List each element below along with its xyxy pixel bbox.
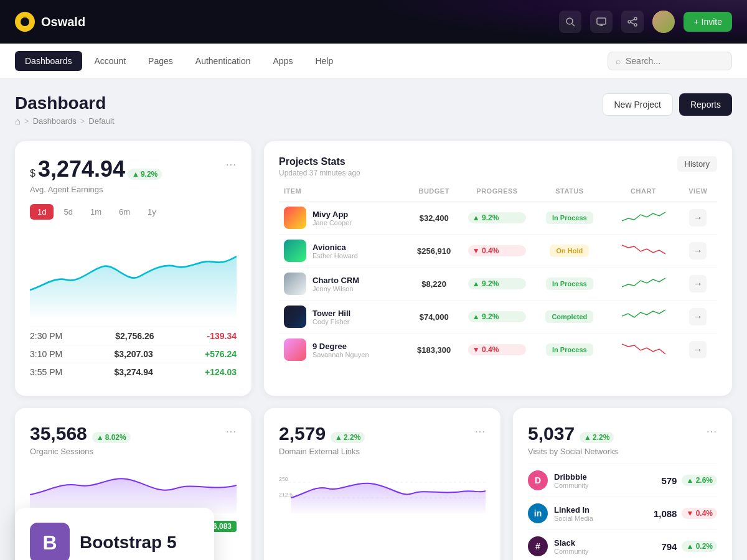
organic-sessions-label: Organic Sessions bbox=[30, 447, 131, 456]
slack-type: Community bbox=[554, 548, 589, 555]
dribbble-icon: D bbox=[528, 470, 548, 490]
share-icon[interactable] bbox=[621, 11, 644, 33]
project-sub-avionica: Esther Howard bbox=[312, 252, 358, 259]
slack-name: Slack bbox=[554, 538, 589, 548]
avatar-image bbox=[652, 11, 675, 33]
earnings-label: Avg. Agent Earnings bbox=[30, 185, 162, 194]
project-icon-avionica bbox=[284, 240, 306, 262]
col-view: VIEW bbox=[679, 187, 717, 202]
lens-icon[interactable] bbox=[559, 11, 581, 33]
progress-tower: ▲ 9.2% bbox=[468, 311, 526, 322]
linkedin-type: Social Media bbox=[554, 515, 593, 522]
monitor-icon[interactable] bbox=[590, 11, 613, 33]
logo[interactable]: Oswald bbox=[15, 12, 85, 32]
subnav-item-help[interactable]: Help bbox=[305, 51, 343, 71]
linkedin-change: ▼ 0.4% bbox=[682, 508, 717, 519]
subnav-item-pages[interactable]: Pages bbox=[138, 51, 183, 71]
page-header-left: Dashboard ⌂ > Dashboards > Default bbox=[15, 93, 115, 126]
slack-change: ▲ 0.2% bbox=[682, 541, 717, 552]
organic-sessions-change: ▲ 8.02% bbox=[92, 432, 131, 443]
row-value-2: $3,207.03 bbox=[114, 349, 153, 359]
avatar[interactable] bbox=[652, 11, 675, 33]
budget-ninedeg: $183,300 bbox=[405, 334, 463, 366]
domain-links-more[interactable]: … bbox=[474, 423, 486, 434]
invite-button[interactable]: + Invite bbox=[684, 12, 732, 32]
reports-button[interactable]: Reports bbox=[679, 93, 732, 116]
project-sub-ninedeg: Savannah Nguyen bbox=[312, 351, 369, 358]
time-tab-5d[interactable]: 5d bbox=[56, 204, 80, 220]
organic-sessions-chart bbox=[30, 464, 237, 513]
time-tab-1y[interactable]: 1y bbox=[140, 204, 164, 220]
social-value: 5,037 ▲ 2.2% bbox=[528, 423, 618, 444]
view-button-avionica[interactable]: → bbox=[689, 242, 707, 259]
linkedin-name: Linked In bbox=[554, 505, 593, 515]
projects-title: Projects Stats bbox=[279, 156, 360, 167]
domain-links-value: 2,579 ▲ 2.2% bbox=[279, 423, 365, 444]
main-grid: $ 3,274.94 ▲ 9.2% Avg. Agent Earnings … … bbox=[15, 141, 732, 396]
earnings-card: $ 3,274.94 ▲ 9.2% Avg. Agent Earnings … … bbox=[15, 141, 251, 396]
social-label: Visits by Social Networks bbox=[528, 447, 618, 456]
view-button-mivy[interactable]: → bbox=[689, 209, 707, 226]
chart-mivy bbox=[622, 208, 665, 226]
page-title: Dashboard bbox=[15, 93, 115, 113]
organic-sessions-value: 35,568 ▲ 8.02% bbox=[30, 423, 131, 444]
breadcrumb-home-icon: ⌂ bbox=[15, 116, 21, 126]
projects-updated: Updated 37 minutes ago bbox=[279, 169, 360, 177]
earnings-more-button[interactable]: … bbox=[225, 156, 237, 167]
budget-charto: $8,220 bbox=[405, 268, 463, 301]
time-tab-1m[interactable]: 1m bbox=[83, 204, 109, 220]
project-name-mivy: Mivy App bbox=[312, 210, 352, 219]
subnav-item-dashboards[interactable]: Dashboards bbox=[15, 51, 82, 71]
view-button-charto[interactable]: → bbox=[689, 275, 707, 292]
svg-line-9 bbox=[631, 22, 634, 24]
topbar-actions: + Invite bbox=[559, 11, 732, 33]
chart-ninedeg bbox=[622, 340, 665, 358]
subnav-item-account[interactable]: Account bbox=[85, 51, 136, 71]
view-button-ninedeg[interactable]: → bbox=[689, 341, 707, 358]
history-button[interactable]: History bbox=[677, 156, 717, 172]
status-charto: In Process bbox=[546, 278, 593, 290]
new-project-button[interactable]: New Project bbox=[603, 93, 673, 116]
subnav-item-authentication[interactable]: Authentication bbox=[186, 51, 261, 71]
dribbble-type: Community bbox=[554, 482, 589, 489]
search-input[interactable] bbox=[626, 56, 724, 66]
svg-point-5 bbox=[634, 17, 637, 20]
project-icon-tower bbox=[284, 306, 306, 328]
page-header-actions: New Project Reports bbox=[603, 93, 733, 116]
time-tab-1d[interactable]: 1d bbox=[30, 204, 54, 220]
status-mivy: In Process bbox=[546, 212, 593, 224]
row-time-2: 3:10 PM bbox=[30, 349, 62, 359]
status-tower: Completed bbox=[545, 310, 593, 323]
dribbble-change: ▲ 2.6% bbox=[682, 475, 717, 486]
col-status: STATUS bbox=[531, 187, 608, 202]
svg-line-1 bbox=[572, 24, 575, 26]
chart-charto bbox=[622, 274, 665, 292]
svg-text:212.5: 212.5 bbox=[279, 492, 293, 498]
page-content: Dashboard ⌂ > Dashboards > Default New P… bbox=[0, 78, 747, 560]
data-row-3: 3:55 PM $3,274.94 +124.03 bbox=[30, 363, 237, 381]
svg-text:250: 250 bbox=[279, 476, 288, 482]
earnings-info: $ 3,274.94 ▲ 9.2% Avg. Agent Earnings bbox=[30, 156, 162, 194]
breadcrumb-dashboards[interactable]: Dashboards bbox=[33, 116, 77, 126]
budget-avionica: $256,910 bbox=[405, 235, 463, 268]
chart-avionica bbox=[622, 241, 665, 259]
slack-icon: # bbox=[528, 536, 548, 556]
social-more[interactable]: … bbox=[706, 423, 717, 434]
project-name-tower: Tower Hill bbox=[312, 309, 350, 318]
search-bar[interactable]: ⌕ bbox=[608, 52, 732, 70]
col-chart: CHART bbox=[608, 187, 679, 202]
budget-tower: $74,000 bbox=[405, 301, 463, 334]
table-row: Mivy App Jane Cooper $32,400 ▲ 9.2% In P… bbox=[279, 202, 717, 235]
progress-avionica: ▼ 0.4% bbox=[468, 245, 526, 256]
projects-header: Projects Stats Updated 37 minutes ago Hi… bbox=[279, 156, 717, 177]
view-button-tower[interactable]: → bbox=[689, 308, 707, 325]
bootstrap-label: Bootstrap 5 bbox=[80, 533, 177, 553]
row-change-1: -139.34 bbox=[207, 331, 237, 341]
project-icon-charto bbox=[284, 273, 306, 295]
subnav-item-apps[interactable]: Apps bbox=[263, 51, 303, 71]
organic-sessions-more[interactable]: … bbox=[225, 423, 237, 434]
dribbble-name: Dribbble bbox=[554, 472, 589, 482]
time-tab-6m[interactable]: 6m bbox=[111, 204, 138, 220]
data-row-2: 3:10 PM $3,207.03 +576.24 bbox=[30, 345, 237, 363]
col-item: ITEM bbox=[279, 187, 405, 202]
